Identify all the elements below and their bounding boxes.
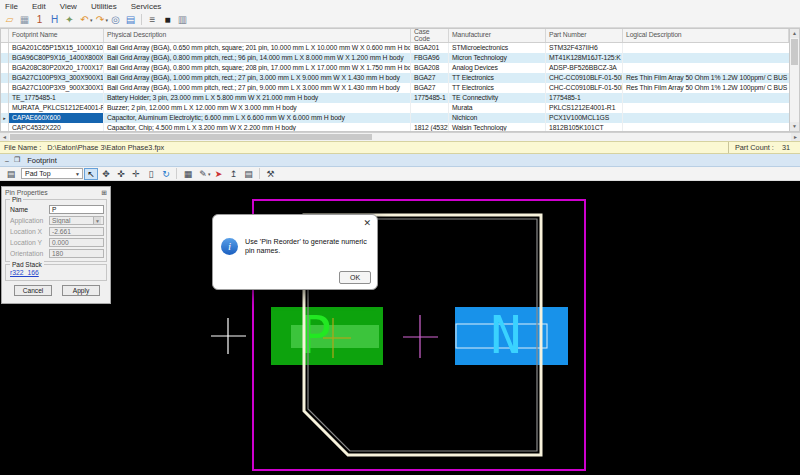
scroll-up-arrow-icon[interactable]: ▲ — [790, 29, 799, 38]
redraw-icon[interactable]: ↻ — [159, 168, 173, 180]
scroll-left-arrow-icon[interactable]: ◄ — [0, 133, 9, 141]
package-icon[interactable]: ■ — [160, 13, 175, 27]
column-header-manufacturer[interactable]: Manufacturer — [449, 29, 546, 42]
table-vertical-scrollbar[interactable]: ▲ ▼ — [789, 28, 800, 132]
horizontal-scroll-thumb[interactable] — [10, 134, 372, 140]
table-row[interactable]: ▸CAPAE660X600Capacitor, Aluminum Electro… — [1, 113, 789, 123]
footprint-toolbar: ▤ Pad Top ▼ ↖✥✜✛▯↻▦✎▾➤↥▤⚒ — [0, 167, 800, 181]
apply-button[interactable]: Apply — [62, 285, 100, 296]
table-cell: STMicroelectronics — [449, 43, 546, 53]
table-cell: Battery Holder; 3 pin, 23.000 mm L X 5.8… — [104, 93, 411, 103]
table-cell: STM32F437IIH6 — [546, 43, 623, 53]
field-input-name[interactable]: P — [49, 205, 104, 214]
table-row[interactable]: BGA96C80P9X16_1400X800X120Ball Grid Arra… — [1, 53, 789, 63]
pin-properties-panel: Pin Properties ⊞ Pin NamePApplicationSig… — [1, 186, 111, 304]
table-cell — [623, 53, 789, 63]
scroll-down-arrow-icon[interactable]: ▼ — [790, 122, 799, 131]
wizard-icon[interactable]: ✦ — [62, 13, 77, 27]
table-cell — [623, 123, 789, 132]
field-input-location-y: 0.000 — [49, 238, 104, 247]
layer-icon: ▤ — [4, 168, 18, 180]
table-cell: 1775485-1 — [546, 93, 623, 103]
panel-options-icon[interactable]: ⊞ — [101, 189, 107, 197]
info-icon: i — [221, 238, 238, 255]
new-icon[interactable]: ▱ — [2, 13, 17, 27]
menu-item-file[interactable]: File — [5, 2, 18, 11]
table-row[interactable]: CAPC4532X220Capacitor, Chip; 4.500 mm L … — [1, 123, 789, 132]
table-row[interactable]: BGA208C80P20X20_1700X1700X175Ball Grid A… — [1, 63, 789, 73]
table-row[interactable]: TE_1775485-1Battery Holder; 3 pin, 23.00… — [1, 93, 789, 103]
table-row[interactable]: MURATA_PKLCS1212E4001-R1Buzzer; 2 pin, 1… — [1, 103, 789, 113]
preview-icon[interactable]: ◎ — [108, 13, 123, 27]
table-row[interactable]: BGA201C65P15X15_1000X1000X60Ball Grid Ar… — [1, 43, 789, 53]
save-icon[interactable]: ▦ — [17, 13, 32, 27]
restore-icon[interactable]: ❐ — [14, 156, 20, 164]
pad-n-label: N — [490, 305, 521, 365]
table-cell: Walsin Technology — [449, 123, 546, 132]
table-cell: Ball Grid Array (BGA), 1.000 mm pitch, r… — [104, 83, 411, 93]
vertical-scroll-thumb[interactable] — [791, 39, 798, 65]
table-cell: BGA201 — [411, 43, 449, 53]
table-horizontal-scrollbar[interactable]: ◄ ► — [0, 132, 800, 141]
cancel-button[interactable]: Cancel — [14, 285, 52, 296]
toolbar-separator — [176, 168, 177, 179]
pan-tool-icon[interactable]: ✛ — [129, 168, 143, 180]
table-cell: Capacitor, Chip; 4.500 mm L X 3.200 mm W… — [104, 123, 411, 132]
draw-tool-icon-dropdown[interactable]: ▾ — [208, 171, 211, 177]
table-cell: BGA208 — [411, 63, 449, 73]
menu-item-utilities[interactable]: Utilities — [91, 2, 117, 11]
table-cell: Ball Grid Array (BGA), 0.800 mm pitch, r… — [104, 53, 411, 63]
table-cell: TE_1775485-1 — [9, 93, 104, 103]
ruler-icon[interactable]: ▯ — [144, 168, 158, 180]
scroll-right-arrow-icon[interactable]: ► — [791, 133, 800, 141]
close-icon[interactable]: ✕ — [363, 218, 371, 228]
move-tool-icon[interactable]: ➤ — [212, 168, 226, 180]
export-icon[interactable]: ↥ — [227, 168, 241, 180]
zoom-window-icon[interactable]: ✜ — [114, 168, 128, 180]
table-cell: MT41K128M16JT-125:K — [546, 53, 623, 63]
table-row[interactable]: BGA27C100P3X9_900X300X143Ball Grid Array… — [1, 83, 789, 93]
table-cell — [623, 93, 789, 103]
table-cell — [1, 63, 9, 73]
navigator-icon[interactable]: H — [47, 13, 62, 27]
column-header-case-code[interactable]: Case Code — [411, 29, 449, 42]
document-icon[interactable]: ▥ — [175, 13, 190, 27]
select-tool-icon[interactable]: ↖ — [84, 168, 98, 180]
pin-group: Pin NamePApplicationSignal▼Location X-2.… — [5, 199, 107, 262]
pad-stack-link[interactable]: r322_166 — [8, 269, 39, 276]
file-path-value: D:\Eaton\Phase 3\Eaton Phase3.fpx — [47, 143, 164, 152]
pick-cross-marker[interactable] — [403, 315, 438, 358]
minimize-icon[interactable]: ‒ — [5, 157, 9, 164]
pin-number-icon[interactable]: 1 — [32, 13, 47, 27]
settings-icon[interactable]: ⚒ — [264, 168, 278, 180]
report-icon[interactable]: ▤ — [123, 13, 138, 27]
chevron-down-icon: ▼ — [93, 217, 101, 224]
footprint-canvas[interactable]: P N — [0, 181, 800, 475]
table-cell: TE Connectivity — [449, 93, 546, 103]
list-icon[interactable]: ≡ — [145, 13, 160, 27]
zoom-fit-icon[interactable]: ✥ — [99, 168, 113, 180]
pad-stack-group-label: Pad Stack — [10, 261, 44, 268]
layer-selector-dropdown[interactable]: Pad Top ▼ — [21, 168, 83, 179]
column-header-part-number[interactable]: Part Number — [546, 29, 623, 42]
column-header-footprint-name[interactable]: Footprint Name — [9, 29, 104, 42]
ok-button[interactable]: OK — [339, 271, 371, 284]
table-cell: BGA96C80P9X16_1400X800X120 — [9, 53, 104, 63]
print-icon[interactable]: ▤ — [242, 168, 256, 180]
status-divider — [728, 142, 729, 153]
table-cell: 1775485-1 — [411, 93, 449, 103]
table-cell — [623, 63, 789, 73]
menu-item-services[interactable]: Services — [131, 2, 162, 11]
table-cell: Nichicon — [449, 113, 546, 123]
origin-cross-marker[interactable] — [211, 318, 246, 354]
table-cell: ▸ — [1, 113, 9, 123]
menu-item-view[interactable]: View — [60, 2, 77, 11]
toolbar-separator — [141, 14, 142, 25]
column-header-physical-description[interactable]: Physical Description — [104, 29, 411, 42]
table-row[interactable]: BGA27C100P9X3_300X900X143Ball Grid Array… — [1, 73, 789, 83]
menu-item-edit[interactable]: Edit — [32, 2, 46, 11]
field-input-application: Signal▼ — [49, 216, 104, 225]
grid-icon[interactable]: ▦ — [181, 168, 195, 180]
column-header-logical-description[interactable]: Logical Description — [623, 29, 789, 42]
table-cell: BGA27 — [411, 83, 449, 93]
